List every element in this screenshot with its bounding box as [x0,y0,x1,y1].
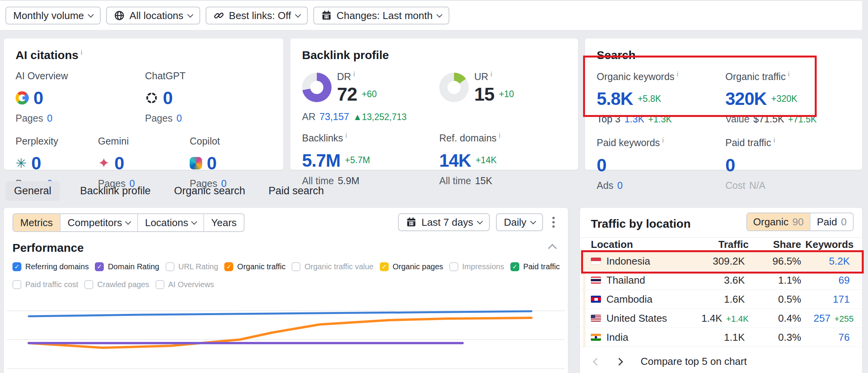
top3-change: +1.3K [648,114,672,125]
pages-link[interactable]: 0 [176,113,182,124]
keywords-link[interactable]: 257 [814,312,830,324]
years-tab-button[interactable]: Years [203,214,244,231]
keywords-link[interactable]: 76 [838,331,850,343]
metric-label: Gemini [98,136,190,147]
traffic-value: 309.2K [713,255,745,267]
checkbox-icon: ✓ [12,262,21,271]
ur-change: +10 [499,89,514,99]
traffic-change: +1.4K [726,314,749,324]
changes-filter-label: Changes: Last month [337,10,433,22]
info-icon[interactable]: i [353,70,355,78]
tab-backlink-profile[interactable]: Backlink profile [77,181,154,201]
locations-filter-button[interactable]: All locations [106,7,200,24]
calendar-icon [321,10,332,21]
table-pagination: Compare top 5 on chart [594,356,747,368]
organic-traffic-value[interactable]: 320K [725,88,767,109]
paid-keywords-value[interactable]: 0 [597,155,606,176]
info-icon[interactable]: i [499,132,500,139]
checkbox-domain-rating[interactable]: ✓Domain Rating [95,262,159,271]
metrics-tab-button[interactable]: Metrics [13,214,60,231]
tab-paid-search[interactable]: Paid search [265,181,327,201]
paid-keywords-label: Paid keywordsi [597,136,725,148]
checkbox-paid-traffic[interactable]: ✓Paid traffic [510,262,560,271]
checkbox-url-rating[interactable]: URL Rating [166,262,218,271]
keywords-link[interactable]: 5.2K [829,255,850,267]
column-traffic[interactable]: Traffic [671,239,749,251]
checkbox-label: Organic traffic value [304,262,374,271]
checkbox-label: Paid traffic cost [25,280,78,289]
metric-checkbox-row: Paid traffic costCrawled pagesAI Overvie… [12,280,214,289]
changes-filter-button[interactable]: Changes: Last month [313,7,449,24]
prev-page-button[interactable] [593,358,601,366]
table-row-united-states[interactable]: United States 1.4K+1.4K 0.4% 257+255 [580,309,862,328]
info-icon[interactable]: i [677,70,678,78]
info-icon[interactable]: i [81,49,82,56]
search-title: Search [597,49,851,62]
volume-filter-button[interactable]: Monthly volume [5,7,101,24]
backlinks-value[interactable]: 5.7M [302,150,340,171]
collapse-section-button[interactable] [548,244,557,253]
checkbox-referring-domains[interactable]: ✓Referring domains [12,262,89,271]
chatgpt-icon [145,91,158,105]
info-icon[interactable]: i [491,70,492,78]
keywords-link[interactable]: 69 [838,274,850,286]
checkbox-crawled-pages[interactable]: Crawled pages [84,280,149,289]
info-icon[interactable]: i [662,136,664,144]
next-page-button[interactable] [615,358,623,366]
pages-link[interactable]: 0 [47,113,52,124]
share-value: 0.5% [778,293,801,305]
pages-label: Pages [16,113,43,124]
organic-keywords-value[interactable]: 5.8K [597,88,633,109]
chevron-down-icon [187,11,194,17]
competitors-dropdown[interactable]: Competitors [60,214,137,231]
top3-label: Top 3 [597,113,620,125]
cambodia-flag-icon [591,296,601,303]
table-row-cambodia[interactable]: Cambodia 1.6K 0.5% 171 [580,290,862,309]
ar-value-link[interactable]: 73,157 [320,111,349,122]
url-rating-block: URi 15 +10 [439,70,514,122]
paid-toggle-button[interactable]: Paid0 [810,213,853,230]
ads-value-link[interactable]: 0 [617,180,623,191]
value-label: Value [725,113,749,125]
granularity-dropdown[interactable]: Daily [496,213,543,231]
dr-donut-chart [302,73,332,102]
checkbox-impressions[interactable]: Impressions [449,262,504,271]
best-links-filter-button[interactable]: Best links: Off [206,7,308,24]
checkbox-organic-pages[interactable]: ✓Organic pages [380,262,443,271]
locations-filter-label: All locations [129,10,183,22]
table-row-india[interactable]: India 1.1K 0.3% 76 [580,328,862,347]
date-range-dropdown[interactable]: Last 7 days [398,213,490,231]
checkbox-organic-traffic-value[interactable]: Organic traffic value [292,262,374,271]
tab-general[interactable]: General [5,181,60,201]
checkbox-paid-traffic-cost[interactable]: Paid traffic cost [12,280,78,289]
table-row-indonesia[interactable]: Indonesia 309.2K 96.5% 5.2K [580,252,862,271]
column-keywords[interactable]: Keywords [801,239,854,251]
column-location[interactable]: Location [591,239,671,251]
organic-paid-toggle: Organic90 Paid0 [746,213,854,231]
ur-label: URi [474,70,514,82]
ref-domains-value[interactable]: 14K [439,150,471,171]
top3-value-link[interactable]: 1.3K [624,113,644,125]
keywords-link[interactable]: 171 [833,293,850,305]
checkbox-ai-overviews[interactable]: AI Overviews [155,280,214,289]
info-icon[interactable]: i [788,70,789,78]
checkbox-icon: ✓ [380,262,389,271]
organic-keywords-metric: Organic keywordsi 5.8K +5.8K Top 3 1.3K … [597,70,725,125]
paid-traffic-metric: Paid traffici 0 CostN/A [725,136,775,191]
table-row-thailand[interactable]: Thailand 3.6K 1.1% 69 [580,271,862,290]
alltime-label: All time [439,175,471,186]
locations-dropdown[interactable]: Locations [137,214,203,231]
chevron-down-icon [477,218,483,224]
tab-organic-search[interactable]: Organic search [171,181,248,201]
checkbox-icon [166,262,175,271]
organic-toggle-button[interactable]: Organic90 [747,213,810,230]
checkbox-organic-traffic[interactable]: ✓Organic traffic [224,262,285,271]
united-states-flag-icon [591,315,601,322]
column-share[interactable]: Share [749,239,801,251]
more-options-button[interactable] [549,217,558,228]
info-icon[interactable]: i [774,136,775,144]
paid-traffic-value[interactable]: 0 [725,155,735,176]
cost-label: Cost [725,180,745,191]
checkbox-icon [449,262,458,271]
info-icon[interactable]: i [346,132,347,139]
